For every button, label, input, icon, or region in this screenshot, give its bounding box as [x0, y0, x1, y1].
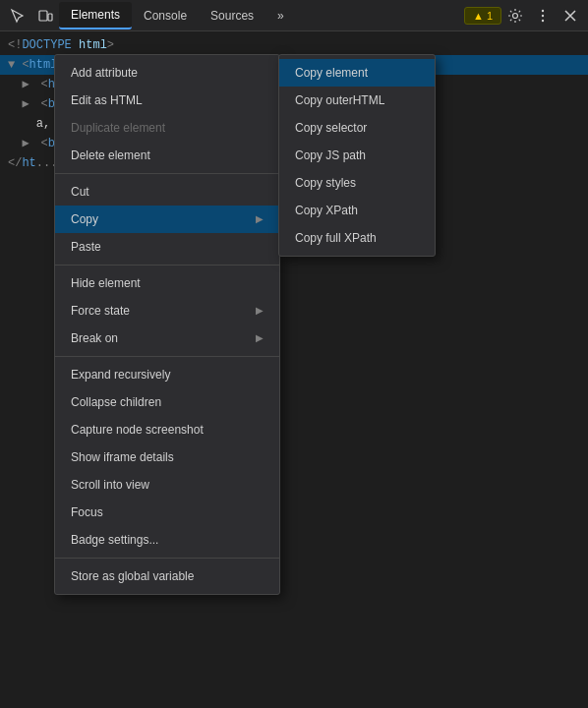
- tab-console[interactable]: Console: [132, 2, 199, 30]
- submenu-copy-selector[interactable]: Copy selector: [279, 114, 435, 142]
- svg-point-4: [542, 14, 544, 16]
- menu-item-cut[interactable]: Cut: [55, 178, 279, 206]
- menu-item-store-global[interactable]: Store as global variable: [55, 562, 279, 590]
- submenu-copy-xpath[interactable]: Copy XPath: [279, 197, 435, 224]
- copy-submenu: Copy element Copy outerHTML Copy selecto…: [278, 54, 436, 257]
- menu-item-edit-html[interactable]: Edit as HTML: [55, 87, 279, 114]
- submenu-copy-outerhtml[interactable]: Copy outerHTML: [279, 87, 435, 114]
- menu-item-show-iframe[interactable]: Show iframe details: [55, 443, 279, 471]
- tab-more[interactable]: »: [265, 2, 296, 30]
- menu-item-scroll-into-view[interactable]: Scroll into view: [55, 471, 279, 499]
- submenu-arrow-break: ▶: [256, 330, 264, 346]
- separator-4: [55, 558, 279, 559]
- menu-item-delete[interactable]: Delete element: [55, 142, 279, 169]
- device-icon[interactable]: [31, 2, 59, 30]
- menu-item-badge-settings[interactable]: Badge settings...: [55, 526, 279, 554]
- menu-item-collapse-children[interactable]: Collapse children: [55, 388, 279, 416]
- more-icon[interactable]: [529, 2, 557, 30]
- tab-elements[interactable]: Elements: [59, 2, 132, 30]
- svg-point-5: [542, 19, 544, 21]
- context-menu: Add attribute Edit as HTML Duplicate ele…: [54, 54, 280, 595]
- svg-rect-1: [48, 14, 52, 21]
- submenu-copy-full-xpath[interactable]: Copy full XPath: [279, 224, 435, 252]
- submenu-arrow-copy: ▶: [256, 211, 264, 227]
- menu-item-copy[interactable]: Copy ▶: [55, 206, 279, 233]
- svg-rect-0: [39, 11, 47, 21]
- warning-label: ▲ 1: [473, 10, 493, 22]
- devtools-toolbar: Elements Console Sources » ▲ 1: [0, 0, 588, 31]
- separator-1: [55, 173, 279, 174]
- menu-item-hide-element[interactable]: Hide element: [55, 269, 279, 297]
- svg-point-3: [542, 9, 544, 11]
- settings-icon[interactable]: [501, 2, 529, 30]
- close-icon[interactable]: [557, 2, 584, 30]
- tab-sources[interactable]: Sources: [199, 2, 265, 30]
- menu-item-force-state[interactable]: Force state ▶: [55, 297, 279, 324]
- code-line-1: <!DOCTYPE html>: [0, 35, 588, 55]
- menu-item-duplicate: Duplicate element: [55, 114, 279, 142]
- separator-3: [55, 356, 279, 357]
- menu-item-capture-screenshot[interactable]: Capture node screenshot: [55, 416, 279, 443]
- menu-item-paste[interactable]: Paste: [55, 233, 279, 261]
- menu-item-focus[interactable]: Focus: [55, 499, 279, 526]
- separator-2: [55, 265, 279, 266]
- menu-item-expand-recursively[interactable]: Expand recursively: [55, 361, 279, 388]
- cursor-icon[interactable]: [4, 2, 31, 30]
- submenu-arrow-force: ▶: [256, 303, 264, 319]
- submenu-copy-js-path[interactable]: Copy JS path: [279, 142, 435, 169]
- submenu-copy-element[interactable]: Copy element: [279, 59, 435, 87]
- svg-point-2: [513, 13, 518, 18]
- warning-badge[interactable]: ▲ 1: [464, 7, 501, 25]
- menu-item-break-on[interactable]: Break on ▶: [55, 324, 279, 352]
- submenu-copy-styles[interactable]: Copy styles: [279, 169, 435, 197]
- menu-item-add-attribute[interactable]: Add attribute: [55, 59, 279, 87]
